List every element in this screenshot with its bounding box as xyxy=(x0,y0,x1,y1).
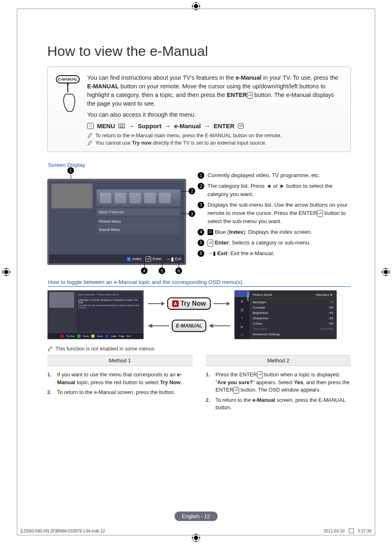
arrow-left-icon xyxy=(209,323,230,328)
m1-s1-e: . xyxy=(180,379,182,385)
menu-path: ☟ MENU → Support → e-Manual → ENTER ⏎ xyxy=(87,122,344,129)
panel1-line1: Backlight / Contrast / Brightness / Shar… xyxy=(78,299,138,304)
enter-icon: ⏎ xyxy=(317,210,323,217)
mock-video-area xyxy=(51,184,92,208)
arrow-1: → xyxy=(128,122,134,129)
m2-s1-a: Press the xyxy=(216,371,240,378)
support-label: Support xyxy=(138,122,161,129)
osd-v: : 50 xyxy=(328,316,333,320)
osd-side-item: ✶ xyxy=(235,314,249,322)
note-2: You cannot use Try now directly if the T… xyxy=(87,140,344,146)
osd-side-item: ◉ xyxy=(235,297,249,305)
step-number: 2. xyxy=(47,389,53,396)
intro-text-a: You can find instructions about your TV'… xyxy=(87,74,235,81)
yellow-dot-icon xyxy=(91,334,95,338)
methods-row: Method 1 1. If you want to use the menu … xyxy=(47,355,351,414)
note-2-c: directly if the TV is set to an external… xyxy=(151,140,266,146)
legend-6a: Exit xyxy=(217,250,227,256)
legend-num: 5 xyxy=(198,240,204,246)
exit-icon: →▮ xyxy=(208,250,216,256)
legend-4c: ): Displays the index screen. xyxy=(243,229,312,235)
mock-footer-bar: DIndex ⏎Enter →▮Exit xyxy=(49,254,184,263)
legend-5a: Enter xyxy=(215,240,229,246)
callout-line xyxy=(144,263,145,267)
a-red-icon: A xyxy=(172,300,179,307)
legend-6b: : Exit the e-Manual. xyxy=(227,250,274,256)
enter-label: ENTER xyxy=(214,122,235,129)
m2-s1-i: button. The OSD window appears. xyxy=(239,387,321,393)
m2-s1-h: ENTER xyxy=(216,387,233,393)
osd-k: Tint (G/R) xyxy=(253,327,267,331)
menu-bars-icon xyxy=(118,124,125,128)
arrow-right-icon xyxy=(148,301,165,306)
method-1-title: Method 1 xyxy=(47,355,193,366)
intro-text-d: E-MANUAL xyxy=(87,83,119,90)
note-1: To return to the e-Manual main menu, pre… xyxy=(87,133,344,138)
footer-time: 5:27:30 xyxy=(358,529,371,533)
m2-s1-g: , and then press the xyxy=(303,379,350,385)
remote-icon: ☟ xyxy=(87,123,94,129)
m2-s1-d: Are you sure? xyxy=(217,379,253,385)
osd-sidebar: Picture ◉ ▦ ✶ ▶ ☰ xyxy=(235,290,249,339)
registration-mark-left xyxy=(2,267,11,277)
svg-marker-18 xyxy=(161,302,165,306)
callout-5: 5 xyxy=(159,267,165,274)
callout-2: 2 xyxy=(189,188,195,194)
d-button-icon: D xyxy=(127,257,131,261)
mock-category-header: Basic Features xyxy=(97,208,180,216)
footer-right: 2011-03-10 5:27:30 xyxy=(323,528,371,533)
m2-s2-e: button. xyxy=(216,404,232,410)
legend-num: 3 xyxy=(198,202,204,208)
intro-card: E-MANUAL You can find instructions about… xyxy=(47,67,351,152)
p1-foot-exit: Exit xyxy=(127,335,131,337)
p1-foot-page: Page xyxy=(119,335,125,337)
m1-s2: To return to the e-Manual screen, press … xyxy=(57,389,175,396)
mock-category-bar xyxy=(97,189,180,207)
callout-6: 6 xyxy=(175,267,182,274)
osd-side-tab: Picture xyxy=(235,290,249,297)
osd-k: Contrast xyxy=(253,306,265,309)
legend-4b: Index xyxy=(229,229,243,235)
function-note: This function is not enabled in some men… xyxy=(47,346,351,352)
function-note-text: This function is not enabled in some men… xyxy=(55,346,154,352)
osd-v: : 7 xyxy=(330,300,333,304)
try-now-text: Try Now xyxy=(180,300,206,307)
method-2: Method 2 1. Press the ENTER⏎ button when… xyxy=(206,355,351,414)
legend-1: Currently displayed video, TV programme,… xyxy=(208,171,320,180)
osd-k: Backlight xyxy=(253,300,266,304)
note-2-b: Try now xyxy=(132,140,151,146)
p1-foot-zoom: Zoom xyxy=(97,335,103,337)
enter-icon: ⏎ xyxy=(257,371,263,378)
mock-category-icon xyxy=(129,193,141,203)
osd-side-item: ▦ xyxy=(235,305,249,313)
legend-num: 6 xyxy=(198,250,204,257)
osd-main: Picture Mode: Standard ► Backlight: 7 Co… xyxy=(249,290,337,339)
remote-illustration: E-MANUAL xyxy=(54,75,81,124)
e-manual-pill: E-MANUAL xyxy=(172,320,206,332)
d-button-icon: D xyxy=(208,229,213,235)
mock-category-icon xyxy=(115,193,126,203)
panel1-video xyxy=(49,292,74,308)
callout-line xyxy=(162,263,162,267)
exit-icon: →▮ xyxy=(166,256,174,262)
osd-k: Sharpness xyxy=(253,316,268,320)
osd-k: Advanced Settings xyxy=(253,332,280,336)
mock-foot-exit: Exit xyxy=(175,257,181,261)
osd-v: : Standard xyxy=(314,293,329,297)
hand-press-icon xyxy=(58,82,77,114)
note-icon xyxy=(47,346,53,352)
callout-3: 3 xyxy=(189,210,195,217)
m1-s1-d: Try Now xyxy=(160,379,180,385)
arrow-left-icon xyxy=(148,323,169,328)
callout-line xyxy=(71,174,71,179)
intro-p2: You can also access it through the menu: xyxy=(87,111,344,119)
toggle-row: Basic Features > Picture Menu (3/17) ■ B… xyxy=(47,290,351,339)
emanual-topic-panel: Basic Features > Picture Menu (3/17) ■ B… xyxy=(47,290,144,339)
intro-text: You can find instructions about your TV'… xyxy=(87,74,344,146)
callout-1: 1 xyxy=(67,167,74,174)
toggle-heading: How to toggle between an e-Manual topic … xyxy=(48,279,351,287)
method-2-title: Method 2 xyxy=(206,355,351,366)
step-number: 2. xyxy=(206,396,212,412)
emanual-label: e-Manual xyxy=(174,122,201,129)
osd-v: : 45 xyxy=(328,311,333,315)
